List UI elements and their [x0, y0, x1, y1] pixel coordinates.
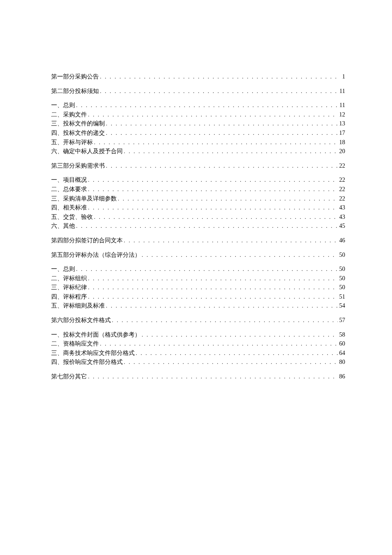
toc-leader-dots	[75, 102, 338, 109]
toc-subentry-title: 四、投标文件的递交	[51, 129, 105, 137]
toc-entry-page: 57	[338, 316, 345, 325]
toc-subentry-page: 51	[338, 293, 345, 301]
toc-subentry: 三、评标纪律 50	[51, 283, 345, 292]
toc-subentry: 三、投标文件的编制 13	[51, 119, 345, 128]
toc-subentry-title: 二、评标组织	[51, 274, 87, 283]
toc-entry-title: 第六部分投标文件格式	[51, 316, 111, 325]
toc-subentry: 五、交货、验收 43	[51, 213, 345, 221]
toc-subentry-title: 六、其他	[51, 222, 75, 230]
toc-leader-dots	[87, 293, 338, 301]
toc-subentry: 二、资格响应文件 60	[51, 340, 345, 348]
toc-section: 第七部分其它 86	[51, 372, 345, 381]
toc-leader-dots	[117, 195, 338, 203]
toc-leader-dots	[87, 111, 338, 119]
toc-subentry-title: 三、评标纪律	[51, 283, 87, 292]
toc-subentry-title: 五、交货、验收	[51, 213, 93, 221]
toc-subentry: 一、投标文件封面（格式供参考） 58	[51, 331, 345, 339]
toc-leader-dots	[99, 340, 338, 348]
toc-subentry-title: 一、总则	[51, 265, 75, 273]
toc-subentry-title: 一、项目概况	[51, 176, 87, 184]
toc-subentry-title: 一、投标文件封面（格式供参考）	[51, 331, 141, 339]
toc-section: 第三部分采购需求书 22	[51, 162, 345, 170]
toc-subentry-page: 54	[338, 302, 345, 310]
toc-subentry-page: 12	[338, 110, 345, 119]
toc-subentry: 四、评标程序 51	[51, 293, 345, 301]
toc-entry: 第二部分投标须知 11	[51, 87, 345, 96]
toc-subentry-page: 50	[338, 283, 345, 292]
toc-subentry-title: 四、报价响应文件部分格式	[51, 358, 123, 366]
toc-subentry-page: 22	[338, 195, 345, 203]
toc-entry-page: 46	[338, 236, 345, 245]
toc-entry-title: 第一部分采购公告	[51, 73, 99, 81]
toc-subentry-title: 一、总则	[51, 101, 75, 110]
toc-entry-title: 第四部分拟签订的合同文本	[51, 236, 123, 245]
toc-subentry-page: 58	[338, 331, 345, 339]
toc-subsection-group: 一、项目概况 22 二、总体要求 22 三、采购清单及详细参数 22 四、相关标…	[51, 176, 345, 230]
toc-leader-dots	[93, 139, 338, 146]
toc-leader-dots	[87, 186, 338, 193]
toc-leader-dots	[87, 284, 338, 291]
toc-entry: 第三部分采购需求书 22	[51, 162, 345, 170]
toc-subentry: 一、总则 50	[51, 265, 345, 273]
toc-subsection-group: 一、投标文件封面（格式供参考） 58 二、资格响应文件 60 三、商务技术响应文…	[51, 331, 345, 366]
toc-subentry: 六、其他 45	[51, 222, 345, 230]
toc-leader-dots	[105, 162, 338, 170]
toc-section: 第二部分投标须知 11	[51, 87, 345, 96]
toc-leader-dots	[135, 349, 338, 357]
toc-subentry-title: 四、相关标准	[51, 203, 87, 212]
toc-subentry: 六、确定中标人及授予合同 20	[51, 147, 345, 156]
toc-subentry-title: 五、评标细则及标准	[51, 302, 105, 310]
toc-subentry-page: 20	[338, 147, 345, 156]
toc-entry-page: 22	[338, 162, 345, 170]
toc-leader-dots	[87, 373, 338, 381]
toc-subentry-title: 二、总体要求	[51, 185, 87, 194]
toc-entry-title: 第五部分评标办法（综合评分法）	[51, 251, 141, 259]
toc-leader-dots	[123, 358, 338, 366]
toc-subentry: 一、项目概况 22	[51, 176, 345, 184]
toc-section: 第一部分采购公告 1	[51, 73, 345, 81]
toc-section: 第五部分评标办法（综合评分法） 50	[51, 251, 345, 259]
toc-subentry: 四、相关标准 43	[51, 203, 345, 212]
toc-leader-dots	[87, 176, 338, 184]
toc-section: 第六部分投标文件格式 57	[51, 316, 345, 325]
toc-entry: 第五部分评标办法（综合评分法） 50	[51, 251, 345, 259]
toc-subentry-page: 18	[338, 138, 345, 147]
toc-subentry-title: 二、资格响应文件	[51, 340, 99, 348]
toc-entry: 第六部分投标文件格式 57	[51, 316, 345, 325]
toc-subsection-group: 一、总则 11 二、采购文件 12 三、投标文件的编制 13 四、投标文件的递交…	[51, 101, 345, 156]
toc-leader-dots	[75, 265, 338, 273]
toc-subentry: 四、投标文件的递交 17	[51, 129, 345, 137]
toc-leader-dots	[105, 302, 338, 310]
toc-subsection-group: 一、总则 50 二、评标组织 50 三、评标纪律 50 四、评标程序 51 五、…	[51, 265, 345, 310]
toc-subentry-page: 43	[338, 203, 345, 212]
toc-subentry-page: 45	[338, 222, 345, 230]
toc-subentry-page: 17	[338, 129, 345, 137]
toc-entry-page: 50	[338, 251, 345, 259]
toc-subentry: 四、报价响应文件部分格式 80	[51, 358, 345, 366]
toc-leader-dots	[123, 237, 338, 244]
toc-leader-dots	[99, 73, 338, 81]
toc-leader-dots	[111, 317, 338, 324]
toc-subentry: 一、总则 11	[51, 101, 345, 110]
toc-entry-page: 86	[338, 372, 345, 381]
toc-subentry-page: 50	[338, 265, 345, 273]
toc-subentry-title: 三、投标文件的编制	[51, 119, 105, 128]
toc-leader-dots	[141, 251, 338, 259]
document-page: 第一部分采购公告 1 第二部分投标须知 11 一、总则 11 二、采购文件 12…	[0, 0, 392, 381]
toc-leader-dots	[123, 148, 338, 155]
toc-subentry-title: 六、确定中标人及授予合同	[51, 147, 123, 156]
toc-subentry-title: 三、采购清单及详细参数	[51, 195, 117, 203]
toc-subentry-page: 80	[338, 358, 345, 366]
toc-subentry-page: 22	[338, 185, 345, 194]
toc-subentry: 五、评标细则及标准 54	[51, 302, 345, 310]
toc-entry-title: 第三部分采购需求书	[51, 162, 105, 170]
toc-leader-dots	[141, 331, 338, 339]
toc-subentry-title: 三、商务技术响应文件部分格式	[51, 349, 135, 357]
toc-entry: 第一部分采购公告 1	[51, 73, 345, 81]
toc-entry-page: 11	[338, 87, 345, 96]
toc-leader-dots	[87, 204, 338, 212]
toc-entry-title: 第七部分其它	[51, 372, 87, 381]
toc-leader-dots	[99, 87, 338, 95]
toc-leader-dots	[105, 129, 338, 137]
toc-subentry-page: 64	[338, 349, 345, 357]
